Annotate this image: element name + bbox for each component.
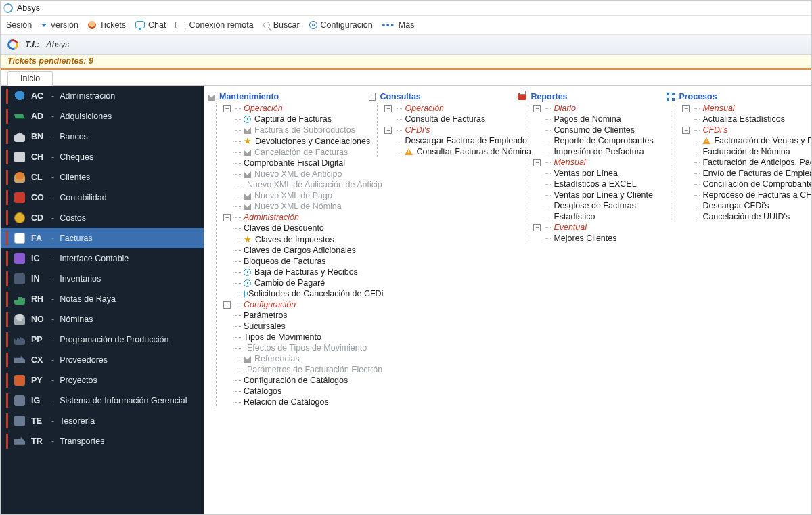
tree-item[interactable]: Pagos de Nómina bbox=[526, 114, 656, 125]
collapse-toggle[interactable]: − bbox=[682, 127, 690, 134]
tree-item[interactable]: Efectos de Tipos de Movimiento bbox=[217, 342, 358, 353]
context-header: T.I.: Absys bbox=[1, 35, 811, 55]
tree-item[interactable]: Consulta de Facturas bbox=[378, 114, 507, 125]
sidebar-item-in[interactable]: IN - Inventarios bbox=[1, 269, 204, 289]
tree-item[interactable]: Comprobante Fiscal Digital bbox=[217, 158, 358, 169]
module-name: Transportes bbox=[60, 436, 104, 446]
tree-item[interactable]: Nuevo XML de Pago bbox=[217, 190, 358, 201]
tree-item[interactable]: Bloqueos de Facturas bbox=[217, 256, 358, 267]
tree-item[interactable]: Baja de Facturas y Recibos bbox=[217, 267, 358, 277]
tree-item[interactable]: Captura de Facturas bbox=[217, 114, 358, 125]
menu-tickets[interactable]: Tickets bbox=[88, 20, 126, 30]
sidebar-item-tr[interactable]: TR - Transportes bbox=[1, 431, 204, 451]
clock-icon bbox=[244, 269, 251, 276]
tree-item[interactable]: Sucursales bbox=[217, 321, 358, 332]
tree-item[interactable]: Nuevo XML de Aplicación de Anticip bbox=[217, 179, 358, 190]
tree-item[interactable]: Tipos de Movimiento bbox=[217, 332, 358, 342]
menu-sesion[interactable]: Sesión bbox=[6, 20, 32, 30]
sidebar-item-te[interactable]: TE - Tesorería bbox=[1, 411, 204, 431]
sidebar-item-pp[interactable]: PP - Programación de Producción bbox=[1, 330, 204, 350]
tree-item[interactable]: Consultar Facturas de Nómina bbox=[378, 146, 507, 157]
tree-item[interactable]: Envío de Facturas de Emplead bbox=[675, 168, 805, 179]
tree-item[interactable]: Descargar Factura de Empleado bbox=[378, 135, 507, 146]
sidebar-item-ac[interactable]: AC - Administración bbox=[1, 86, 204, 106]
collapse-toggle[interactable]: − bbox=[533, 105, 541, 112]
collapse-toggle[interactable]: − bbox=[384, 105, 392, 112]
tree-item[interactable]: Referencias bbox=[217, 353, 358, 364]
sidebar-item-rh[interactable]: RH - Notas de Raya bbox=[1, 289, 204, 309]
tree-item[interactable]: Impresión de Prefactura bbox=[526, 146, 656, 157]
sidebar-item-cl[interactable]: CL - Clientes bbox=[1, 167, 204, 187]
section-title: Reportes bbox=[531, 92, 567, 102]
tree-item[interactable]: Ventas por Línea bbox=[526, 168, 656, 179]
truck-icon bbox=[14, 435, 26, 447]
tree-item[interactable]: Reporte de Comprobantes bbox=[526, 135, 656, 146]
dots-icon: ••• bbox=[382, 20, 395, 30]
sidebar-item-ad[interactable]: AD - Adquisiciones bbox=[1, 106, 204, 127]
tree-item[interactable]: Reproceso de Facturas a CFDi bbox=[675, 189, 805, 200]
tree-item[interactable]: Descargar CFDi's bbox=[675, 200, 805, 211]
menu-mas[interactable]: •••Más bbox=[382, 20, 415, 30]
sidebar-item-cd[interactable]: CD - Costos bbox=[1, 208, 204, 228]
accent-bar bbox=[6, 353, 8, 367]
tree-item[interactable]: Catálogos bbox=[217, 386, 358, 397]
tree-item[interactable]: Consumo de Clientes bbox=[526, 125, 656, 135]
tree-item[interactable]: Facturación de Nómina bbox=[675, 146, 805, 157]
tree-item[interactable]: Claves de Descuento bbox=[217, 223, 358, 233]
tree-item[interactable]: Nuevo XML de Anticipo bbox=[217, 169, 358, 179]
sidebar-item-no[interactable]: NO - Nóminas bbox=[1, 309, 204, 330]
collapse-toggle[interactable]: − bbox=[533, 159, 541, 166]
sidebar-item-ch[interactable]: CH - Cheques bbox=[1, 147, 204, 167]
tree-item[interactable]: Mejores Clientes bbox=[526, 233, 656, 244]
collapse-toggle[interactable]: − bbox=[682, 105, 690, 112]
collapse-toggle[interactable]: − bbox=[533, 224, 541, 231]
menu-configuracion[interactable]: Configuración bbox=[309, 20, 373, 30]
tree-item-label: Nuevo XML de Aplicación de Anticip bbox=[247, 180, 382, 189]
menu-version[interactable]: Versión bbox=[41, 20, 78, 30]
tree-item[interactable]: Parámetros de Facturación Electrón bbox=[217, 364, 358, 375]
collapse-toggle[interactable]: − bbox=[223, 105, 231, 112]
menu-buscar[interactable]: Buscar bbox=[263, 20, 300, 30]
tabstrip: Inicio bbox=[1, 70, 811, 86]
collapse-toggle[interactable]: − bbox=[384, 127, 392, 134]
tree-item[interactable]: Conciliación de Comprobantes bbox=[675, 179, 805, 189]
tree-item[interactable]: Parámetros bbox=[217, 310, 358, 321]
sidebar-item-py[interactable]: PY - Proyectos bbox=[1, 370, 204, 390]
tree-item-label: Facturación de Ventas y Devolu bbox=[714, 136, 811, 145]
sidebar-item-ig[interactable]: IG - Sistema de Información Gerencial bbox=[1, 390, 204, 411]
tree-item[interactable]: Configuración de Catálogos bbox=[217, 375, 358, 386]
accent-bar bbox=[6, 89, 8, 104]
tree-item[interactable]: ★Claves de Impuestos bbox=[217, 233, 358, 245]
menu-chat[interactable]: Chat bbox=[135, 20, 166, 30]
tree-item[interactable]: Claves de Cargos Adicionales bbox=[217, 245, 358, 256]
module-sidebar: AC - Administración AD - Adquisiciones B… bbox=[1, 86, 204, 514]
tab-inicio[interactable]: Inicio bbox=[7, 71, 53, 86]
tree-item[interactable]: Cambio de Pagaré bbox=[217, 277, 358, 288]
menu-conexion-remota[interactable]: Conexión remota bbox=[175, 20, 253, 30]
tree-item[interactable]: Cancelación de Facturas bbox=[217, 147, 358, 158]
tree-item[interactable]: ★Devoluciones y Cancelaciones bbox=[217, 135, 358, 147]
sidebar-item-co[interactable]: CO - Contabilidad bbox=[1, 187, 204, 208]
app-window: Absys Sesión Versión Tickets Chat Conexi… bbox=[0, 0, 812, 515]
tree-item[interactable]: Cancelación de UUID's bbox=[675, 211, 805, 222]
sidebar-item-bn[interactable]: BN - Bancos bbox=[1, 127, 204, 147]
tree-item[interactable]: Nuevo XML de Nómina bbox=[217, 201, 358, 212]
tree-item[interactable]: Desglose de Facturas bbox=[526, 200, 656, 211]
tree-item[interactable]: Factura's de Subproductos bbox=[217, 125, 358, 135]
tree-item[interactable]: Actualiza Estadísticos bbox=[675, 114, 805, 125]
collapse-toggle[interactable]: − bbox=[223, 214, 231, 221]
tree-item[interactable]: Ventas por Línea y Cliente bbox=[526, 189, 656, 200]
sidebar-item-ic[interactable]: IC - Interface Contable bbox=[1, 248, 204, 269]
tree-item[interactable]: Estadísticos a EXCEL bbox=[526, 179, 656, 189]
tree-item[interactable]: Estadístico bbox=[526, 211, 656, 222]
tree-item[interactable]: Facturación de Anticipos, Pago bbox=[675, 157, 805, 168]
collapse-toggle[interactable]: − bbox=[223, 301, 231, 309]
tree-item[interactable]: Solicitudes de Cancelación de CFDi bbox=[217, 288, 358, 299]
ic-icon bbox=[14, 252, 26, 265]
tree-item[interactable]: Relación de Catálogos bbox=[217, 397, 358, 407]
pending-tickets-banner[interactable]: Tickets pendientes: 9 bbox=[1, 55, 811, 70]
sidebar-item-cx[interactable]: CX - Proveedores bbox=[1, 350, 204, 370]
context-value: Absys bbox=[46, 40, 69, 49]
sidebar-item-fa[interactable]: FA - Facturas bbox=[1, 228, 204, 248]
tree-item[interactable]: Facturación de Ventas y Devolu bbox=[675, 135, 805, 146]
